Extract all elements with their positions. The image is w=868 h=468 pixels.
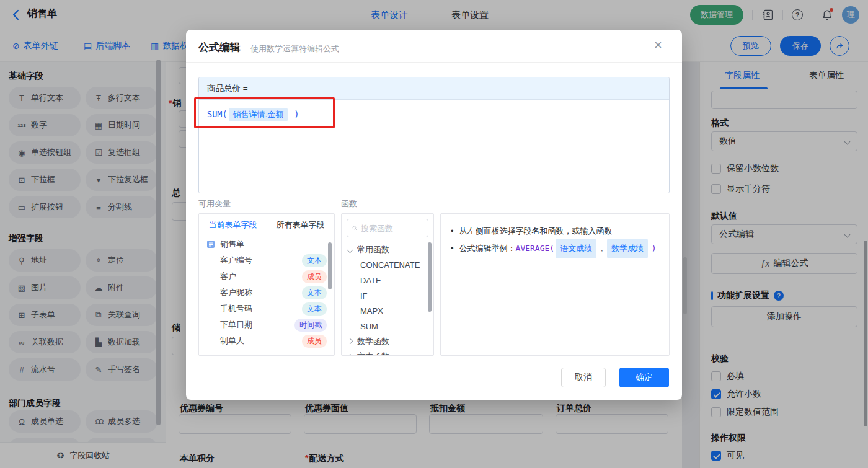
function-item-if[interactable]: IF [342,288,433,304]
annotation-highlight-box [194,97,335,128]
bullet-icon: • [451,226,454,236]
type-badge: 成员 [302,335,327,348]
functions-scrollbar[interactable] [428,242,432,312]
variable-name: 客户昵称 [220,287,252,298]
modal-subtitle: 使用数学运算符编辑公式 [250,43,339,55]
variable-name: 客户 [220,271,236,282]
tab-current-form-fields[interactable]: 当前表单字段 [199,214,267,236]
variables-scrollbar[interactable] [328,242,332,289]
variable-name: 手机号码 [220,303,252,314]
function-item-date[interactable]: DATE [342,273,433,288]
variable-item[interactable]: 下单日期时间戳 [199,317,334,333]
caret-right-icon [347,338,353,345]
help-tip-2: •公式编辑举例：AVERAGE(语文成绩，数学成绩 ) [451,240,659,258]
group-label: 数学函数 [357,336,389,347]
example-token: 语文成绩 [556,239,596,258]
formula-target: 商品总价 = [199,77,669,100]
close-icon[interactable]: × [654,38,662,52]
formula-edit-modal: 公式编辑 使用数学运算符编辑公式 × 商品总价 = SUM(销售详情.金额 ) … [186,30,682,400]
example-comma: ， [598,244,606,253]
help-tip-text: 公式编辑举例： [459,244,516,253]
app-root: 销售单 表单设计 表单设置 数据管理 ? 理 ⊘ 表单外链 ▤ [0,0,868,468]
help-tip-text: 从左侧面板选择字段名和函数，或输入函数 [459,226,613,236]
cancel-button[interactable]: 取消 [561,368,606,387]
confirm-button[interactable]: 确定 [619,368,669,387]
variable-item[interactable]: 制单人成员 [199,333,334,349]
type-badge: 文本 [302,302,327,316]
functions-label: 函数 [341,198,357,210]
variables-panel: 当前表单字段 所有表单字段 销售单 客户编号文本 客户成员 客户昵称文本 手机号… [198,213,335,356]
variable-name: 客户编号 [220,255,252,266]
variable-tree-root[interactable]: 销售单 [199,236,334,252]
type-badge: 成员 [302,270,327,283]
help-panel: •从左侧面板选择字段名和函数，或输入函数 •公式编辑举例：AVERAGE(语文成… [440,213,670,356]
help-tip-1: •从左侧面板选择字段名和函数，或输入函数 [451,223,659,240]
example-fn: AVERAGE( [516,244,555,253]
example-close-paren: ) [652,244,657,253]
root-label: 销售单 [220,239,244,250]
variables-label: 可用变量 [198,198,231,210]
type-badge: 文本 [302,254,327,267]
variables-tabs: 当前表单字段 所有表单字段 [199,214,334,236]
variable-name: 制单人 [220,335,244,347]
caret-down-icon [347,247,353,253]
group-label: 常用函数 [357,244,389,255]
tab-all-form-fields[interactable]: 所有表单字段 [267,214,334,236]
function-search[interactable] [347,219,428,237]
variable-item[interactable]: 客户成员 [199,268,334,285]
modal-title: 公式编辑 [198,40,241,55]
bullet-icon: • [451,244,454,253]
function-search-input[interactable] [361,224,423,233]
variable-item[interactable]: 客户编号文本 [199,252,334,268]
variable-item[interactable]: 客户昵称文本 [199,285,334,301]
caret-right-icon [347,354,353,356]
function-group-math[interactable]: 数学函数 [342,334,433,350]
type-badge: 文本 [302,286,327,299]
type-badge: 时间戳 [294,319,327,332]
function-item-concatenate[interactable]: CONCATENATE [342,258,433,273]
example-token: 数学成绩 [607,239,648,258]
form-doc-icon [206,240,215,249]
variable-name: 下单日期 [220,319,252,330]
modal-header-divider [186,62,682,63]
group-label: 文本函数 [357,351,389,356]
variable-item[interactable]: 手机号码文本 [199,301,334,317]
functions-panel: 常用函数 CONCATENATE DATE IF MAPX SUM 数学函数 文… [341,213,434,356]
search-icon [352,224,357,232]
formula-editor: 商品总价 = SUM(销售详情.金额 ) [198,77,670,193]
function-item-mapx[interactable]: MAPX [342,303,433,319]
function-item-sum[interactable]: SUM [342,319,433,334]
function-group-text[interactable]: 文本函数 [342,349,433,356]
function-group-common[interactable]: 常用函数 [342,242,433,258]
